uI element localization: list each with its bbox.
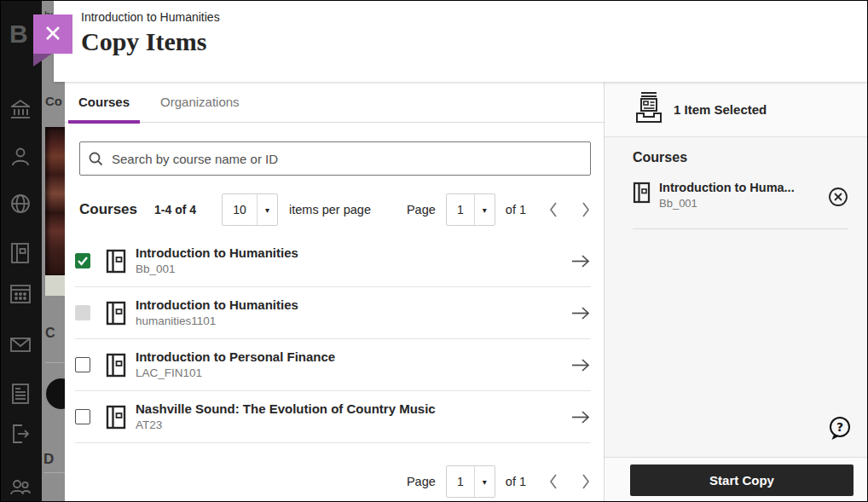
clipped-heading-c: C xyxy=(45,326,55,341)
list-header: Courses 1-4 of 4 10 ▾ items per page Pag… xyxy=(79,193,591,227)
open-course-button[interactable] xyxy=(570,254,591,268)
svg-text:?: ? xyxy=(836,420,843,434)
selection-panel: 1 Item Selected Courses Introduction to … xyxy=(604,82,868,502)
course-checkbox[interactable] xyxy=(75,357,90,372)
help-button[interactable]: ? xyxy=(828,416,852,443)
signout-icon xyxy=(9,422,32,446)
course-row: Introduction to Humanities humanities110… xyxy=(75,287,591,339)
open-course-button[interactable] xyxy=(570,306,591,320)
clipped-text-courses: Co xyxy=(45,94,62,108)
question-mark-icon: ? xyxy=(828,416,852,443)
tab-courses[interactable]: Courses xyxy=(78,82,130,123)
open-course-button[interactable] xyxy=(570,410,591,424)
divider xyxy=(633,228,848,229)
prev-page-button[interactable] xyxy=(526,473,558,490)
next-page-button[interactable] xyxy=(558,473,591,490)
grades-icon xyxy=(9,382,32,406)
close-icon xyxy=(44,25,61,44)
list-title: Courses xyxy=(79,201,137,218)
selection-summary: 1 Item Selected xyxy=(605,82,868,137)
course-id: humanities1101 xyxy=(136,314,298,329)
search-icon xyxy=(88,151,103,170)
selection-panel-footer: Start Copy xyxy=(605,457,868,502)
calendar-icon xyxy=(9,281,32,305)
profile-icon xyxy=(9,145,32,169)
course-row: Nashville Sound: The Evolution of Countr… xyxy=(75,391,591,443)
course-icon xyxy=(633,182,651,204)
panel-header: Introduction to Humanities Copy Items xyxy=(54,1,868,82)
divider xyxy=(43,472,65,473)
institution-icon xyxy=(9,98,32,122)
collect-items-icon xyxy=(634,91,663,127)
page-select[interactable]: 1 ▾ xyxy=(446,193,495,226)
course-banner-image xyxy=(45,127,65,275)
course-id: AT23 xyxy=(136,418,436,433)
page-select[interactable]: 1 ▾ xyxy=(446,465,495,498)
prev-page-button[interactable] xyxy=(526,201,558,218)
course-icon xyxy=(106,405,126,430)
page-title: Copy Items xyxy=(81,27,207,56)
tabbar: Courses Organizations xyxy=(65,82,604,123)
pagination-top: Page 1 ▾ of 1 xyxy=(407,193,591,226)
selected-item-title: Introduction to Huma... xyxy=(659,180,795,196)
chevron-down-icon: ▾ xyxy=(474,466,495,497)
selection-count: 1 Item Selected xyxy=(674,102,767,117)
search-input[interactable] xyxy=(79,141,591,176)
per-page-label: items per page xyxy=(289,203,371,216)
course-icon xyxy=(106,249,126,274)
selected-item-id: Bb_001 xyxy=(659,196,795,211)
course-list: Introduction to Humanities Bb_001 Introd… xyxy=(75,235,591,443)
course-checkbox[interactable] xyxy=(75,253,90,268)
tab-organizations[interactable]: Organizations xyxy=(160,82,240,123)
globe-icon xyxy=(9,192,32,216)
course-card-sliver xyxy=(45,275,65,296)
blackboard-logo: B xyxy=(9,20,28,49)
chevron-down-icon: ▾ xyxy=(474,194,495,225)
next-page-button[interactable] xyxy=(558,201,591,218)
course-row: Introduction to Humanities Bb_001 xyxy=(75,235,591,287)
course-checkbox[interactable] xyxy=(75,305,90,320)
page-size-select[interactable]: 10 ▾ xyxy=(222,193,278,226)
selection-section-title: Courses xyxy=(633,150,687,165)
avatar xyxy=(46,378,65,409)
course-id: LAC_FIN101 xyxy=(136,366,335,381)
course-row: Introduction to Personal Finance LAC_FIN… xyxy=(75,339,591,391)
divider xyxy=(45,362,65,363)
course-title: Introduction to Personal Finance xyxy=(136,349,335,366)
clipped-heading-d: D xyxy=(43,451,54,468)
start-copy-button[interactable]: Start Copy xyxy=(630,464,854,496)
course-title: Introduction to Humanities xyxy=(136,297,298,314)
remove-circle-x-icon xyxy=(828,187,848,210)
search-box xyxy=(79,141,591,176)
messages-icon xyxy=(9,332,32,356)
remove-selected-item-button[interactable] xyxy=(828,187,848,210)
chevron-down-icon: ▾ xyxy=(257,194,277,225)
admin-icon xyxy=(9,476,32,499)
active-tab-underline xyxy=(68,120,140,124)
course-icon xyxy=(106,353,126,378)
course-icon xyxy=(106,301,126,326)
context-title: Introduction to Humanities xyxy=(81,10,220,24)
courses-icon xyxy=(9,241,32,265)
base-nav-sidebar: B xyxy=(1,1,42,502)
course-checkbox[interactable] xyxy=(75,409,90,424)
open-course-button[interactable] xyxy=(570,358,591,372)
pagination-bottom: Page 1 ▾ of 1 xyxy=(407,465,591,498)
course-id: Bb_001 xyxy=(136,262,298,277)
course-picker-panel: Courses Organizations Courses 1-4 of 4 1… xyxy=(65,82,604,502)
close-button-fold xyxy=(33,54,52,66)
list-range: 1-4 of 4 xyxy=(154,203,196,216)
copy-items-dialog: B bu Co C xyxy=(0,0,868,502)
selected-item: Introduction to Huma... Bb_001 xyxy=(633,180,848,227)
close-button[interactable] xyxy=(33,14,72,54)
course-title: Nashville Sound: The Evolution of Countr… xyxy=(136,401,436,418)
course-title: Introduction to Humanities xyxy=(136,245,298,262)
